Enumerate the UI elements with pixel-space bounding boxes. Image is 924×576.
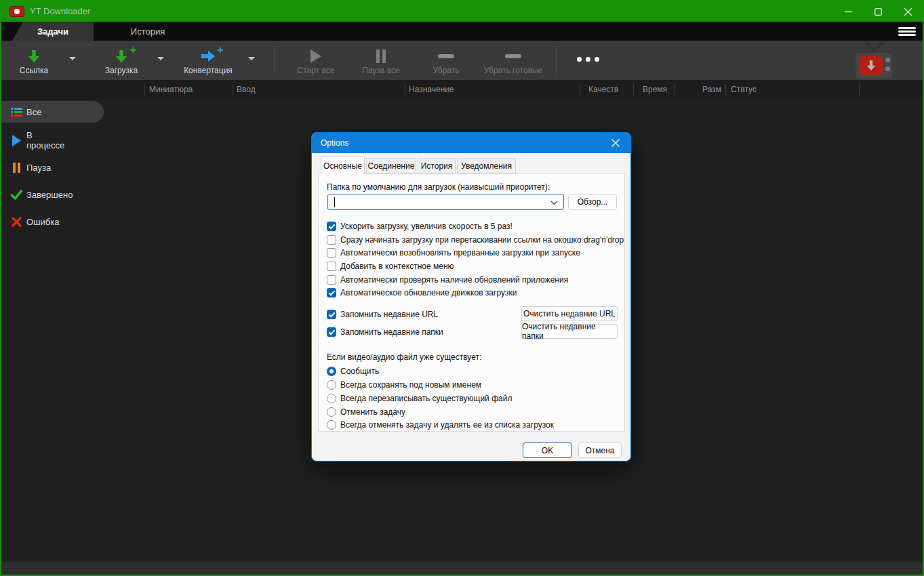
column-destination[interactable]: Назначение — [409, 80, 454, 100]
checkbox-label: Ускорить загрузку, увеличив скорость в 5… — [340, 222, 513, 231]
cancel-button-label: Отмена — [585, 446, 614, 455]
cancel-button[interactable]: Отмена — [578, 443, 622, 458]
radio-button[interactable] — [327, 367, 336, 376]
title-bar[interactable]: YT Downloader — [1, 1, 923, 22]
checkbox[interactable] — [327, 327, 336, 337]
radio-row-cancel-task[interactable]: Отменить задачу — [327, 407, 405, 417]
checkbox-row-remember-folders[interactable]: Запомнить недавние папки — [327, 327, 443, 337]
plus-icon: + — [130, 44, 136, 56]
convert-button[interactable]: + Конвертация — [176, 43, 240, 77]
checkbox-label: Автоматически возобновлять прерванные за… — [340, 248, 580, 258]
radio-button[interactable] — [327, 407, 336, 417]
sidebar-item-label: Завершено — [26, 190, 73, 200]
radio-button[interactable] — [327, 380, 336, 390]
checkbox-label: Добавить в контекстное меню — [340, 262, 454, 271]
link-dropdown-chevron-icon[interactable] — [69, 57, 76, 60]
minus-icon — [505, 54, 521, 58]
download-button[interactable]: + Загрузка — [94, 43, 149, 77]
checkbox-row-check-updates[interactable]: Автоматически проверять наличие обновлен… — [327, 274, 568, 285]
column-size[interactable]: Разм — [683, 80, 721, 100]
toolbar: Ссылка + Загрузка + Конвертация Старт вс… — [1, 41, 923, 80]
tab-label: Уведомления — [461, 161, 512, 171]
close-button[interactable] — [893, 1, 923, 22]
browse-button[interactable]: Обзор... — [568, 194, 617, 210]
convert-dropdown-chevron-icon[interactable] — [248, 57, 255, 60]
checkbox[interactable] — [327, 288, 336, 297]
sidebar-item-all[interactable]: Все — [1, 101, 104, 123]
dialog-tab-notifications[interactable]: Уведомления — [457, 158, 516, 173]
tab-label: История — [421, 161, 453, 171]
checkbox-row-auto-resume[interactable]: Автоматически возобновлять прерванные за… — [327, 247, 580, 258]
remove-done-label: Убрать готовые — [484, 66, 543, 75]
default-folder-combobox[interactable] — [327, 194, 564, 210]
yt-downloader-logo[interactable] — [853, 42, 896, 80]
remove-done-button[interactable]: Убрать готовые — [479, 43, 548, 77]
dialog-tab-history[interactable]: История — [418, 158, 456, 173]
tab-label: Основные — [323, 161, 362, 171]
add-link-button[interactable]: Ссылка — [7, 43, 61, 77]
checkbox-row-context-menu[interactable]: Добавить в контекстное меню — [327, 261, 454, 272]
download-arrow-icon — [27, 49, 41, 64]
checkbox-row-speed-up[interactable]: Ускорить загрузку, увеличив скорость в 5… — [327, 221, 513, 232]
sidebar-item-label: В процессе — [26, 130, 64, 150]
dialog-title-bar[interactable]: Options — [312, 133, 630, 153]
radio-row-notify[interactable]: Сообщить — [327, 366, 379, 377]
checkbox[interactable] — [327, 222, 336, 231]
more-button[interactable] — [569, 43, 606, 77]
tv-antenna-icon — [862, 41, 887, 52]
radio-row-save-new-name[interactable]: Всегда сохранять под новым именем — [327, 379, 481, 390]
default-folder-label: Папка по умолчанию для загрузок (наивысш… — [327, 182, 550, 192]
download-dropdown-chevron-icon[interactable] — [157, 57, 164, 60]
chevron-down-icon — [550, 201, 558, 205]
play-icon — [310, 49, 322, 63]
maximize-icon — [875, 8, 882, 16]
radio-label: Всегда перезаписывать существующий файл — [340, 394, 512, 403]
minimize-button[interactable] — [833, 1, 863, 22]
logo-download-arrow-icon — [866, 60, 877, 72]
column-status[interactable]: Статус — [731, 80, 757, 100]
dialog-tab-general[interactable]: Основные — [321, 157, 365, 174]
checkbox[interactable] — [327, 310, 336, 319]
checkbox-row-drag-n-drop[interactable]: Сразу начинать загрузку при перетаскиван… — [327, 234, 624, 245]
close-icon — [904, 8, 912, 16]
column-time[interactable]: Время — [643, 80, 667, 100]
file-exists-label: Если видео/аудио файл уже существует: — [327, 352, 481, 362]
minimize-icon — [845, 8, 852, 16]
radio-row-overwrite[interactable]: Всегда перезаписывать существующий файл — [327, 393, 512, 404]
maximize-button[interactable] — [863, 1, 893, 22]
column-thumbnail[interactable]: Миниатюра — [149, 80, 193, 100]
tab-tasks[interactable]: Задачи — [12, 22, 94, 41]
checkbox[interactable] — [327, 248, 336, 258]
checkbox[interactable] — [327, 235, 336, 245]
dialog-tab-connection[interactable]: Соединение — [366, 158, 416, 173]
radio-label: Всегда сохранять под новым именем — [340, 380, 481, 390]
checkbox[interactable] — [327, 275, 336, 285]
clear-recent-urls-button[interactable]: Очистить недавние URL — [521, 306, 618, 321]
ok-button[interactable]: OK — [523, 443, 572, 458]
radio-label: Всегда отменять задачу и удалять ее из с… — [340, 420, 554, 430]
menu-button[interactable] — [897, 25, 917, 38]
clear-recent-folders-button[interactable]: Очистить недавние папки — [521, 324, 618, 339]
download-label: Загрузка — [105, 66, 138, 75]
radio-row-cancel-and-remove[interactable]: Всегда отменять задачу и удалять ее из с… — [327, 419, 554, 430]
convert-label: Конвертация — [184, 66, 233, 75]
radio-button[interactable] — [327, 420, 336, 430]
checkbox-row-auto-engine-update[interactable]: Автоматическое обновление движков загруз… — [327, 287, 517, 298]
column-input[interactable]: Ввод — [237, 80, 256, 100]
ok-button-label: OK — [542, 446, 553, 455]
tab-history[interactable]: История — [94, 22, 202, 41]
column-quality[interactable]: Качеств — [588, 80, 618, 100]
download-plus-arrow-icon — [115, 49, 128, 64]
checkbox-label: Запомнить недавние папки — [340, 327, 443, 337]
main-tab-bar: Задачи История — [1, 22, 923, 41]
dialog-close-button[interactable] — [605, 133, 626, 153]
radio-button[interactable] — [327, 394, 336, 403]
checkbox-row-remember-urls[interactable]: Запомнить недавние URL — [327, 309, 438, 320]
check-icon — [10, 190, 22, 200]
pause-all-button[interactable]: Пауза все — [350, 43, 412, 77]
checkbox[interactable] — [327, 262, 336, 271]
start-all-button[interactable]: Старт все — [285, 43, 347, 77]
toolbar-separator — [556, 46, 557, 75]
remove-button[interactable]: Убрать — [415, 43, 477, 77]
convert-arrow-icon — [201, 50, 216, 62]
